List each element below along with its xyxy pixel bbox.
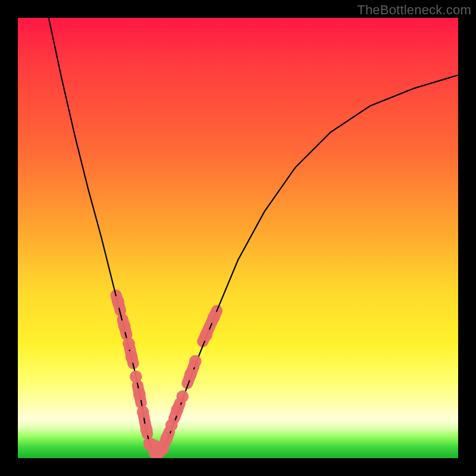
- watermark-text: TheBottleneck.com: [357, 2, 471, 18]
- svg-point-13: [126, 350, 138, 363]
- chart-overlay: [18, 18, 458, 458]
- svg-point-23: [165, 419, 178, 431]
- svg-point-12: [123, 337, 135, 350]
- svg-point-15: [133, 388, 146, 400]
- svg-point-11: [118, 320, 131, 333]
- bottleneck-curve: [49, 18, 458, 454]
- svg-point-14: [130, 371, 142, 383]
- svg-point-16: [137, 406, 149, 418]
- svg-point-26: [184, 368, 197, 381]
- chart-frame: TheBottleneck.com: [0, 0, 476, 476]
- svg-point-24: [171, 403, 184, 416]
- plot-area: [18, 18, 458, 458]
- svg-point-29: [208, 311, 220, 324]
- svg-point-27: [189, 355, 202, 368]
- svg-point-17: [140, 424, 153, 436]
- svg-point-25: [176, 390, 189, 403]
- svg-point-22: [161, 432, 173, 444]
- svg-point-28: [200, 328, 212, 341]
- svg-point-10: [112, 296, 124, 308]
